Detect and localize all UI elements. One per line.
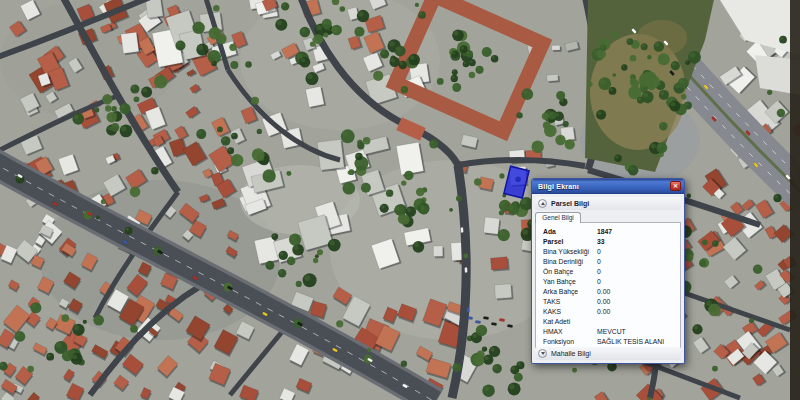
dialog-body: Parsel Bilgi Genel Bilgi Ada1847Parsel33… (532, 194, 684, 363)
dialog-titlebar[interactable]: Bilgi Ekranı ✕ (532, 179, 684, 194)
info-row-label: Ada (543, 227, 597, 237)
info-row: Ön Bahçe0 (536, 267, 680, 277)
info-row-value: 1847 (597, 227, 612, 237)
info-row-label: Bina Derinliği (543, 257, 597, 267)
chevron-up-icon (538, 199, 547, 208)
info-row-value: 0.00 (597, 307, 610, 317)
info-row-value: 0 (597, 267, 601, 277)
info-row: Bina Derinliği0 (536, 257, 680, 267)
info-row-label: Bina Yüksekliği (543, 247, 597, 257)
info-row-value: 0.00 (597, 287, 610, 297)
info-row-value: 0 (597, 247, 601, 257)
accordion-mahalle-bilgi[interactable]: Mahalle Bilgi (535, 347, 681, 360)
info-row-label: HMAX (543, 327, 597, 337)
info-row-value: 0 (597, 257, 601, 267)
accordion-parsel-bilgi[interactable]: Parsel Bilgi (535, 197, 681, 210)
info-row-value: 0 (597, 277, 601, 287)
close-icon[interactable]: ✕ (670, 181, 681, 191)
info-row: Parsel33 (536, 237, 680, 247)
parcel-info-panel: Ada1847Parsel33Bina Yüksekliği0Bina Deri… (535, 222, 681, 350)
info-row: Bina Yüksekliği0 (536, 247, 680, 257)
chevron-down-icon (538, 349, 547, 358)
info-row-value: MEVCUT (597, 327, 626, 337)
info-row: KAKS0.00 (536, 307, 680, 317)
tab-genel-bilgi[interactable]: Genel Bilgi (535, 212, 581, 223)
info-row-label: Fonksiyon (543, 337, 597, 347)
info-row-label: Arka Bahçe (543, 287, 597, 297)
info-row-label: Ön Bahçe (543, 267, 597, 277)
info-row-value: SAĞLIK TESİS ALANI (597, 337, 664, 347)
dialog-title: Bilgi Ekranı (538, 183, 579, 190)
info-row-label: Yan Bahçe (543, 277, 597, 287)
info-row-value: 0.00 (597, 297, 610, 307)
info-row-label: Parsel (543, 237, 597, 247)
info-row: TAKS0.00 (536, 297, 680, 307)
info-row: Ada1847 (536, 227, 680, 237)
info-row: Kat Adeti (536, 317, 680, 327)
info-row-value: 33 (597, 237, 605, 247)
accordion-parsel-label: Parsel Bilgi (551, 200, 589, 207)
info-row-label: KAKS (543, 307, 597, 317)
accordion-mahalle-label: Mahalle Bilgi (551, 350, 591, 357)
info-row: HMAXMEVCUT (536, 327, 680, 337)
info-row: FonksiyonSAĞLIK TESİS ALANI (536, 337, 680, 347)
info-row-label: Kat Adeti (543, 317, 597, 327)
info-row: Arka Bahçe0.00 (536, 287, 680, 297)
info-row: Yan Bahçe0 (536, 277, 680, 287)
info-row-label: TAKS (543, 297, 597, 307)
info-dialog: Bilgi Ekranı ✕ Parsel Bilgi Genel Bilgi … (531, 178, 685, 364)
